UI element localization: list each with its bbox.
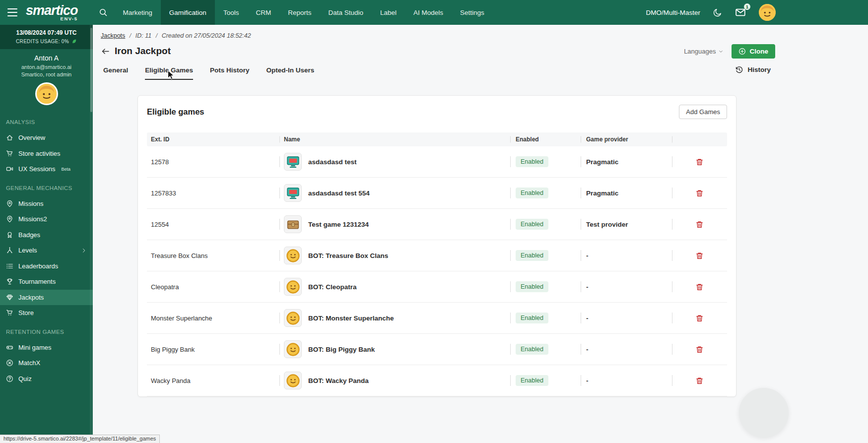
- sidebar-item-ux-sessions[interactable]: UX SessionsBeta: [0, 161, 93, 177]
- sidebar-item-label: Levels: [18, 247, 37, 254]
- sidebar-item-missions[interactable]: Missions: [0, 196, 93, 212]
- leaf-icon: [71, 39, 77, 44]
- status-badge: Enabled: [516, 156, 548, 167]
- nav-item-gamification[interactable]: Gamification: [161, 0, 215, 25]
- game-name: Test game 1231234: [308, 221, 369, 228]
- nav-item-reports[interactable]: Reports: [279, 0, 320, 25]
- cell-provider: -: [581, 240, 672, 271]
- breadcrumb-created: Created on 27/05/2024 18:52:42: [162, 32, 251, 39]
- sidebar-item-store-activities[interactable]: Store activities: [0, 146, 93, 162]
- sidebar-item-badges[interactable]: Badges: [0, 227, 93, 243]
- sidebar-item-overview[interactable]: Overview: [0, 130, 93, 146]
- languages-dropdown[interactable]: Languages: [684, 48, 724, 55]
- sidebar-section-title: GENERAL MECHANICS: [0, 185, 93, 191]
- user-email: anton.a@smartico.ai: [3, 64, 90, 70]
- card-title: Eligible games: [147, 107, 204, 117]
- cell-ext-id: Cleopatra: [147, 271, 279, 302]
- cell-ext-id: 12554: [147, 209, 279, 240]
- tab-pots-history[interactable]: Pots History: [210, 66, 250, 80]
- nav-item-marketing[interactable]: Marketing: [115, 0, 161, 25]
- mail-icon[interactable]: 1: [735, 7, 746, 18]
- page-title: Iron Jackpot: [115, 46, 171, 57]
- chat-widget[interactable]: [739, 388, 789, 438]
- cell-provider: Test provider: [581, 209, 672, 240]
- delete-button[interactable]: [693, 186, 707, 200]
- table-body: 12578asdasdasd testEnabledPragmatic12578…: [147, 146, 727, 396]
- tab-bar: GeneralEligible GamesPots HistoryOpted-I…: [103, 66, 868, 82]
- user-info: Anton A anton.a@smartico.ai Smartico, ro…: [0, 49, 93, 111]
- nav-item-tools[interactable]: Tools: [215, 0, 248, 25]
- dark-mode-icon[interactable]: [713, 8, 722, 17]
- cell-provider: Pragmatic: [581, 146, 672, 177]
- delete-button[interactable]: [693, 249, 707, 262]
- nav-item-data-studio[interactable]: Data Studio: [320, 0, 372, 25]
- sidebar-item-label: Overview: [18, 134, 45, 141]
- column-header-actions: [672, 132, 727, 146]
- sidebar-item-levels[interactable]: Levels: [0, 243, 93, 258]
- chevron-right-icon: [81, 248, 87, 253]
- quiz-icon: [6, 375, 13, 382]
- sidebar-item-leaderboards[interactable]: Leaderboards: [0, 258, 93, 274]
- nav-item-label[interactable]: Label: [372, 0, 405, 25]
- sidebar-info-box: 13/08/2024 07:49 UTC CREDITS USAGE: 0%: [0, 25, 93, 49]
- datetime-label: 13/08/2024 07:49 UTC: [4, 29, 89, 36]
- topbar: smartico ENV-5 MarketingGamificationTool…: [0, 0, 868, 25]
- delete-button[interactable]: [693, 374, 707, 387]
- chest-game-icon: [284, 215, 302, 233]
- cell-name: BOT: Treasure Box Clans: [279, 240, 510, 271]
- search-icon[interactable]: [99, 8, 108, 17]
- logo[interactable]: smartico ENV-5: [26, 4, 78, 21]
- delete-button[interactable]: [693, 311, 707, 325]
- user-role: Smartico, root admin: [3, 71, 90, 77]
- chevron-down-icon: [718, 49, 724, 54]
- delete-button[interactable]: [693, 155, 707, 169]
- add-games-button[interactable]: Add Games: [679, 105, 727, 119]
- sidebar-section-title: RETENTION GAMES: [0, 329, 93, 335]
- sidebar: 13/08/2024 07:49 UTC CREDITS USAGE: 0% A…: [0, 25, 93, 443]
- sidebar-item-quiz[interactable]: Quiz: [0, 371, 93, 387]
- logo-text: smartico: [26, 4, 78, 17]
- nav-item-settings[interactable]: Settings: [452, 0, 493, 25]
- pc-game-icon: [284, 153, 302, 171]
- table-row: 12554Test game 1231234EnabledTest provid…: [147, 209, 727, 240]
- badge-icon: [6, 231, 13, 239]
- sidebar-section-title: ANALYSIS: [0, 119, 93, 125]
- sidebar-item-matchx[interactable]: MatchX: [0, 355, 93, 371]
- sidebar-item-store[interactable]: Store: [0, 305, 93, 321]
- cell-status: Enabled: [510, 178, 581, 208]
- table-row: CleopatraBOT: CleopatraEnabled-: [147, 271, 727, 303]
- breadcrumb-id: ID: 11: [135, 32, 151, 39]
- game-name: BOT: Treasure Box Clans: [308, 252, 388, 259]
- history-button[interactable]: History: [735, 65, 771, 74]
- delete-button[interactable]: [693, 342, 707, 356]
- status-badge: Enabled: [516, 219, 548, 230]
- title-row: Iron Jackpot Languages Clone: [101, 44, 868, 59]
- sidebar-item-jackpots[interactable]: Jackpots: [0, 290, 93, 306]
- table-row: Monster SuperlancheBOT: Monster Superlan…: [147, 303, 727, 334]
- nav-item-ai-models[interactable]: AI Models: [405, 0, 452, 25]
- back-arrow-icon[interactable]: [101, 47, 110, 56]
- avatar[interactable]: [759, 4, 776, 21]
- breadcrumb-jackpots-link[interactable]: Jackpots: [101, 32, 125, 39]
- nav-item-crm[interactable]: CRM: [247, 0, 279, 25]
- tab-eligible-games[interactable]: Eligible Games: [145, 66, 193, 80]
- clone-button[interactable]: Clone: [732, 44, 775, 59]
- sidebar-scrollbar[interactable]: [90, 25, 93, 443]
- cell-name: Test game 1231234: [279, 209, 510, 240]
- menu-icon[interactable]: [7, 8, 17, 16]
- coin-game-icon: [284, 340, 302, 358]
- cell-status: Enabled: [510, 209, 581, 240]
- account-selector[interactable]: DMO/Multi-Master: [646, 9, 700, 16]
- delete-button[interactable]: [693, 280, 707, 294]
- cell-name: BOT: Monster Superlanche: [279, 303, 510, 333]
- sidebar-item-mini-games[interactable]: Mini games: [0, 340, 93, 356]
- sidebar-item-missions2[interactable]: Missions2: [0, 211, 93, 227]
- eligible-games-table: Ext. IDNameEnabledGame provider 12578asd…: [147, 132, 727, 396]
- cell-provider: -: [581, 303, 672, 333]
- tab-general[interactable]: General: [103, 66, 128, 80]
- delete-button[interactable]: [693, 217, 707, 231]
- cell-actions: [672, 334, 727, 365]
- tab-opted-in-users[interactable]: Opted-In Users: [267, 66, 315, 80]
- sidebar-item-tournaments[interactable]: Tournaments: [0, 274, 93, 290]
- game-name: BOT: Cleopatra: [308, 283, 357, 291]
